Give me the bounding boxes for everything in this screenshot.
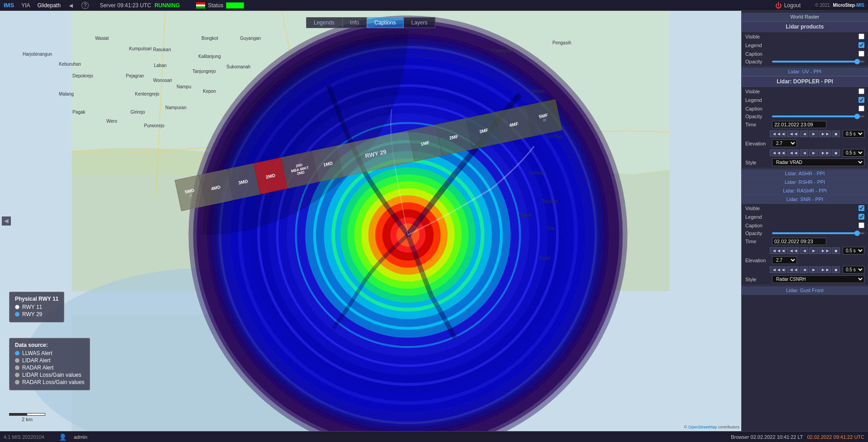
caption-label-1: Caption bbox=[745, 51, 856, 57]
doppler-visible-checkbox[interactable] bbox=[858, 88, 864, 94]
doppler-legend-checkbox[interactable] bbox=[858, 97, 864, 103]
doppler-prev-btn[interactable]: ◄◄ bbox=[787, 130, 799, 137]
doppler-elev-last-btn[interactable]: ■ bbox=[832, 149, 840, 156]
lidar-gust-front-title: Lidar: Gust Front bbox=[742, 286, 868, 295]
lidar-alert-dot bbox=[15, 358, 19, 363]
doppler-elevation-select[interactable]: 2.73.04.5 bbox=[772, 139, 797, 147]
browser-time: Browser 02.02.2022 10:41:22 LT 02.02.202… bbox=[731, 434, 864, 440]
snr-elev-first-btn[interactable]: ◄◄◄ bbox=[770, 266, 786, 273]
seg-rwy29: RWY 29 bbox=[336, 130, 414, 177]
lidar-rshr-ppi-title: Lidar: RSHR - PPI bbox=[742, 178, 868, 187]
logout-section[interactable]: ⏻ Logout bbox=[775, 2, 801, 9]
admin-label: admin bbox=[74, 434, 87, 440]
scale-label: 2 km bbox=[22, 417, 33, 422]
snr-caption-checkbox[interactable] bbox=[858, 222, 864, 228]
utc-time-label: 02.02.2022 09:41:22 UTC bbox=[807, 434, 864, 440]
lidar-doppler-ppi-title: Lidar: DOPPLER - PPI bbox=[742, 76, 868, 87]
map-attribution: © OpenStreetMap contributors bbox=[684, 425, 739, 429]
doppler-last-btn[interactable]: ■ bbox=[832, 130, 840, 137]
rwy-29-label: RWY 29 bbox=[22, 311, 42, 317]
tab-captions[interactable]: Captions bbox=[367, 17, 403, 28]
snr-elev-last-btn[interactable]: ■ bbox=[832, 266, 840, 273]
snr-visible-row: Visible bbox=[742, 204, 868, 212]
map-background bbox=[0, 11, 741, 431]
snr-elev-next-btn[interactable]: ►► bbox=[819, 266, 831, 273]
lidar-products-legend-checkbox[interactable] bbox=[858, 42, 864, 48]
snr-time-input[interactable] bbox=[772, 238, 826, 245]
snr-last-btn[interactable]: ■ bbox=[832, 247, 840, 254]
time-label-snr: Time bbox=[745, 239, 770, 244]
doppler-elevation-row: Elevation 2.73.04.5 bbox=[742, 139, 868, 148]
snr-first-btn[interactable]: ◄◄◄ bbox=[770, 247, 786, 254]
snr-elev-step-next-btn[interactable]: ► bbox=[809, 266, 818, 273]
doppler-elev-ctrl-row: ◄◄◄ ◄◄ ◄ ► ►► ■ 0.5 s1 s2 s bbox=[742, 148, 868, 158]
doppler-opacity-slider[interactable] bbox=[772, 115, 864, 117]
doppler-elev-step-prev-btn[interactable]: ◄ bbox=[800, 149, 809, 156]
doppler-style-select[interactable]: Radar VRAD Radar CSNRH bbox=[772, 159, 864, 166]
snr-visible-checkbox[interactable] bbox=[858, 205, 864, 211]
snr-speed-select[interactable]: 0.5 s1 s2 s bbox=[843, 247, 864, 255]
lidar-products-caption-checkbox[interactable] bbox=[858, 51, 864, 57]
snr-next-btn[interactable]: ►► bbox=[819, 247, 831, 254]
visible-label-2: Visible bbox=[745, 89, 856, 94]
snr-prev-btn[interactable]: ◄◄ bbox=[787, 247, 799, 254]
tab-legends[interactable]: Legends bbox=[306, 17, 342, 28]
lidar-products-opacity-slider[interactable] bbox=[772, 61, 864, 62]
llwas-label: LLWAS Alert bbox=[22, 350, 53, 356]
snr-elev-step-prev-btn[interactable]: ◄ bbox=[800, 266, 809, 273]
snr-style-select[interactable]: Radar CSNRH Radar VRAD bbox=[772, 275, 864, 283]
help-button[interactable]: ? bbox=[82, 2, 89, 9]
glidepath-label: Glidepath bbox=[37, 2, 60, 9]
doppler-time-input[interactable] bbox=[772, 121, 826, 128]
seg-5mf: 5MF /// bbox=[526, 99, 562, 137]
radar-loss-label: RADAR Loss/Gain values bbox=[22, 379, 84, 385]
snr-elev-speed-select[interactable]: 0.5 s1 s2 s bbox=[843, 266, 864, 274]
status-section: Status bbox=[196, 2, 244, 9]
doppler-elev-step-next-btn[interactable]: ► bbox=[809, 149, 818, 156]
snr-elevation-select[interactable]: 2.73.04.5 bbox=[772, 256, 797, 264]
snr-time-ctrl-row: ◄◄◄ ◄◄ ◄ ► ►► ■ 0.5 s1 s2 s bbox=[742, 246, 868, 255]
doppler-step-prev-btn[interactable]: ◄ bbox=[800, 130, 809, 137]
doppler-style-row: Style Radar VRAD Radar CSNRH bbox=[742, 158, 868, 167]
snr-opacity-slider[interactable] bbox=[772, 232, 864, 234]
doppler-elev-first-btn[interactable]: ◄◄◄ bbox=[770, 149, 786, 156]
doppler-elev-prev-btn[interactable]: ◄◄ bbox=[787, 149, 799, 156]
topbar: IMS YIA Glidepath ◄ ? Server 09:41:23 UT… bbox=[0, 0, 868, 11]
snr-step-prev-btn[interactable]: ◄ bbox=[800, 247, 809, 254]
nav-back-button[interactable]: ◄ bbox=[68, 2, 74, 9]
doppler-speed-select[interactable]: 0.5 s1 s2 s bbox=[843, 130, 864, 138]
lidar-products-legend-row: Legend bbox=[742, 41, 868, 49]
radar-alert-item: RADAR Alert bbox=[15, 365, 84, 371]
radar-alert-dot bbox=[15, 365, 19, 370]
doppler-first-btn[interactable]: ◄◄◄ bbox=[770, 130, 786, 137]
rwy-item-29: RWY 29 bbox=[15, 311, 58, 317]
map-tabs[interactable]: Legends Info Captions Layers bbox=[306, 17, 435, 28]
opacity-label-1: Opacity bbox=[745, 59, 770, 64]
nav-left-button[interactable]: ◄ bbox=[2, 216, 11, 226]
time-label-2: Time bbox=[745, 122, 770, 127]
style-label-snr: Style bbox=[745, 277, 770, 282]
doppler-caption-row: Caption bbox=[742, 104, 868, 113]
browser-time-label: Browser 02.02.2022 10:41:22 LT bbox=[731, 434, 803, 440]
doppler-elev-speed-select[interactable]: 0.5 s1 s2 s bbox=[843, 149, 864, 157]
snr-legend-checkbox[interactable] bbox=[858, 214, 864, 220]
rwy-11-dot bbox=[15, 305, 19, 309]
snr-elevation-row: Elevation 2.73.04.5 bbox=[742, 255, 868, 265]
doppler-next-btn[interactable]: ►► bbox=[819, 130, 831, 137]
map-area[interactable]: Harjobinangun Wasiat Kumpulsari Bongkot … bbox=[0, 11, 741, 431]
datasource-title: Data source: bbox=[15, 342, 84, 348]
openstreetmap-link[interactable]: OpenStreetMap bbox=[688, 425, 717, 429]
doppler-caption-checkbox[interactable] bbox=[858, 106, 864, 111]
snr-elev-prev-btn[interactable]: ◄◄ bbox=[787, 266, 799, 273]
lidar-products-visible-checkbox[interactable] bbox=[858, 34, 864, 39]
doppler-elev-next-btn[interactable]: ►► bbox=[819, 149, 831, 156]
snr-step-next-btn[interactable]: ► bbox=[809, 247, 818, 254]
tab-layers[interactable]: Layers bbox=[403, 17, 435, 28]
snr-legend-row: Legend bbox=[742, 212, 868, 221]
logout-label[interactable]: Logout bbox=[784, 2, 801, 9]
lidar-ashr-ppi-title: Lidar: ASHR - PPI bbox=[742, 169, 868, 178]
doppler-step-next-btn[interactable]: ► bbox=[809, 130, 818, 137]
snr-opacity-row: Opacity bbox=[742, 230, 868, 237]
tab-info[interactable]: Info bbox=[342, 17, 367, 28]
rwy-11-label: RWY 11 bbox=[22, 304, 42, 310]
